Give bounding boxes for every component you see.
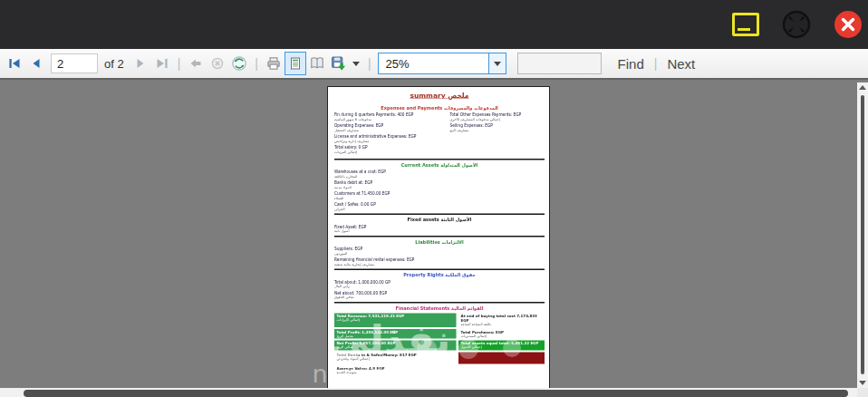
- line-item: Cash / Safes: 0.00 GPالخزائن: [334, 203, 545, 211]
- financial-cell: Total assets equal total: 5,481.22 EGPإج…: [458, 341, 545, 351]
- financial-cell: Total Purchases: EGPإجمالي المشتريات: [458, 329, 545, 339]
- screen-frame-icon[interactable]: [732, 13, 759, 36]
- financial-cell-subtext: مجمل الربح: [337, 334, 455, 338]
- line-item: Banks debit at: EGPالبنوك مدينة: [334, 181, 545, 189]
- document-title: summary ملخص: [334, 92, 545, 100]
- back-to-parent-button[interactable]: [185, 52, 207, 75]
- line-item: Net about: 700,000.00 EGPصافي الحقوق: [334, 291, 545, 299]
- financial-cell: [458, 352, 545, 363]
- close-button[interactable]: [834, 10, 863, 39]
- vertical-scrollbar[interactable]: [857, 82, 868, 388]
- zoom-combobox[interactable]: 25%: [378, 53, 506, 74]
- line-item: Customers at 71,450.00 EGPالعملاء: [334, 192, 545, 200]
- refresh-button[interactable]: [228, 52, 250, 75]
- financial-cell: Total Banks in & Safes/Money: 817 EGPإجم…: [334, 352, 457, 363]
- print-button[interactable]: [263, 52, 285, 75]
- toolbar-separator: |: [368, 56, 371, 71]
- zoom-value: 25%: [379, 57, 488, 71]
- doc-section: Fixed assets الأصول الثابتةFixed Asset: …: [334, 214, 545, 234]
- financial-row: Total Profit: 1,255,142.00 EGPمجمل الربح…: [334, 329, 545, 339]
- export-dropdown-button[interactable]: [350, 52, 363, 75]
- section-heading: Property Rights حقوق الملكية: [334, 273, 545, 278]
- line-item-subtext: مصاريف إيجارية مالية متبقية: [334, 262, 545, 266]
- financial-cell-text: At end of buying total cost 7,174,833 EG…: [461, 315, 543, 323]
- titlebar-controls: [732, 0, 863, 49]
- page-count-label: of 2: [104, 57, 124, 71]
- line-item: Fin during 6 quarters Payments: 400 EGPم…: [334, 113, 450, 121]
- page-setup-button[interactable]: [306, 52, 328, 75]
- line-item-subtext: الموردون: [334, 251, 545, 255]
- line-item: Operating Expenses: EGPمصاريف التشغيل: [334, 124, 450, 132]
- line-item-subtext: مصاريف التشغيل: [334, 128, 450, 131]
- line-item-subtext: البنوك مدينة: [334, 185, 545, 189]
- line-item: License and administrative Expenses: EGP…: [334, 135, 450, 143]
- previous-page-button[interactable]: [25, 52, 47, 75]
- line-item: Selling Expenses: EGPمصاريف البيع: [450, 124, 545, 132]
- find-next-button[interactable]: Next: [661, 56, 700, 72]
- financial-cell: Average Value: 4.8 EGPمتوسط القيمة: [334, 365, 457, 375]
- section-columns: Fin during 6 quarters Payments: 400 EGPم…: [334, 113, 545, 157]
- report-page: summary ملخص Expenses and Payments المدف…: [327, 86, 550, 392]
- doc-section: Liabilities الالتزاماتSuppliers: EGPالمو…: [334, 236, 545, 266]
- financial-row: Net Profit: 1,057,196.00 EGPصافي الربحTo…: [334, 341, 545, 351]
- line-item: Warehouses at a cost: EGPالمخازن بالتكلف…: [334, 170, 545, 179]
- financial-cell: At end of buying total cost 7,174,833 EG…: [458, 314, 545, 327]
- line-item-subtext: إجمالي مدفوعات المصاريف الأخرى: [450, 117, 545, 121]
- screen-frame-line: [738, 28, 750, 31]
- financial-cell-subtext: تكلفة البضاعة المباعة: [461, 323, 543, 326]
- find-button[interactable]: Find: [612, 56, 650, 72]
- line-item: Total Other Expenses Payments: EGPإجمالي…: [450, 113, 545, 121]
- financial-cell-subtext: إجمالي الإيرادات: [337, 318, 455, 322]
- section-left-column: Fin during 6 quarters Payments: 400 EGPم…: [334, 113, 450, 157]
- zoom-dropdown-button[interactable]: [488, 53, 506, 73]
- financial-cell: Total Revenue: 7,531,119.21 EGPإجمالي ال…: [334, 314, 457, 327]
- first-page-button[interactable]: [4, 52, 25, 75]
- section-heading: Financial Statements القوائم المالية: [334, 305, 545, 311]
- line-item-subtext: الخزائن: [334, 207, 545, 210]
- export-button[interactable]: [328, 52, 350, 75]
- line-item: Suppliers: EGPالموردون: [334, 247, 545, 256]
- line-item: Remaining financial rental expenses: EGP…: [334, 258, 545, 266]
- report-toolbar: of 2 | |: [0, 49, 868, 80]
- section-heading: Liabilities الالتزامات: [334, 239, 545, 245]
- scroll-down-arrow-icon[interactable]: [859, 381, 866, 385]
- report-page-content: summary ملخص Expenses and Payments المدف…: [328, 87, 550, 392]
- scroll-up-arrow-icon[interactable]: [859, 85, 866, 90]
- toolbar-separator: |: [178, 56, 181, 71]
- financial-cell-subtext: صافي الربح: [337, 345, 455, 349]
- line-item-subtext: مصاريف إدارية وتراخيص: [334, 139, 450, 142]
- last-page-button[interactable]: [151, 52, 173, 75]
- vertical-scrollbar-thumb[interactable]: [861, 95, 864, 374]
- financial-cell: Net Profit: 1,057,196.00 EGPصافي الربح: [334, 341, 457, 351]
- financial-cell-subtext: متوسط القيمة: [337, 371, 455, 374]
- report-viewer-window: of 2 | |: [0, 0, 868, 397]
- horizontal-scrollbar[interactable]: [0, 388, 857, 397]
- four-dot-circle-icon[interactable]: [781, 9, 812, 40]
- horizontal-scrollbar-thumb[interactable]: [24, 390, 848, 397]
- line-item-subtext: المخازن بالتكلفة: [334, 174, 545, 178]
- line-item-subtext: صافي الحقوق: [334, 295, 545, 299]
- print-layout-toggle[interactable]: [285, 52, 306, 75]
- section-heading: Fixed assets الأصول الثابتة: [334, 218, 545, 223]
- titlebar: [0, 0, 868, 49]
- line-item-subtext: العملاء: [334, 196, 545, 199]
- next-page-button[interactable]: [130, 52, 151, 75]
- section-right-column: Total Other Expenses Payments: EGPإجمالي…: [450, 113, 545, 157]
- toolbar-separator: |: [255, 56, 258, 71]
- financial-row: Total Banks in & Safes/Money: 817 EGPإجم…: [334, 352, 545, 363]
- document-viewer: summary ملخص Expenses and Payments المدف…: [0, 82, 868, 397]
- document-body: Expenses and Payments المدفوعات والمصروف…: [334, 105, 545, 375]
- line-item-subtext: مدفوعات 6 شهور الماضية: [334, 117, 450, 121]
- find-text-input[interactable]: [517, 53, 602, 74]
- line-item-subtext: إجمالي المرتبات: [334, 150, 450, 153]
- line-item: Total about: 1,000,000.00 GPرأس المال: [334, 280, 545, 288]
- stop-rendering-button[interactable]: [207, 52, 228, 75]
- doc-section: Property Rights حقوق الملكيةTotal about:…: [334, 269, 545, 300]
- line-item-subtext: أصول ثابتة: [334, 229, 545, 233]
- financial-cell: Total Profit: 1,255,142.00 EGPمجمل الربح: [334, 329, 457, 339]
- financial-cell-subtext: إجمالي الأصول: [461, 345, 543, 349]
- section-heading: Expenses and Payments المدفوعات والمصروف…: [334, 105, 545, 111]
- page-number-input[interactable]: [51, 53, 98, 73]
- doc-section: Financial Statements القوائم الماليةTota…: [334, 302, 545, 375]
- doc-section: Current Assets الأصول المتداولةWarehouse…: [334, 159, 545, 211]
